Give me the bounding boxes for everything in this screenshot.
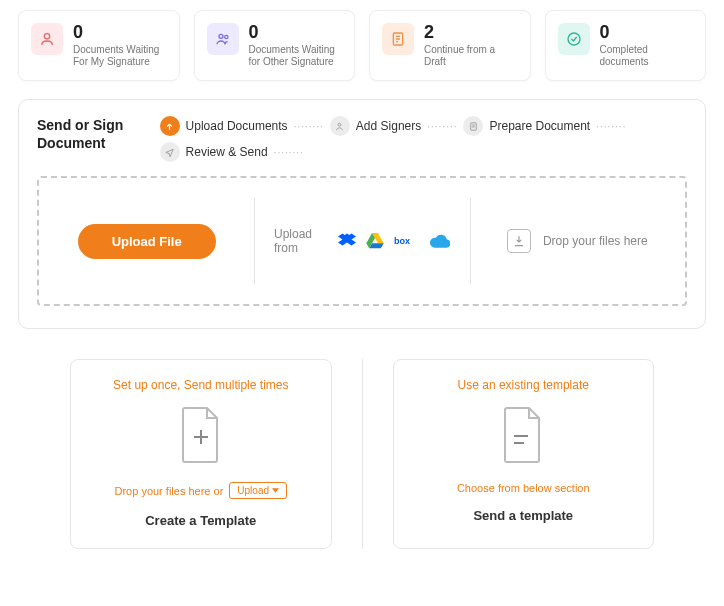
drop-here-label: Drop your files here [543,234,648,248]
check-icon [558,23,590,55]
create-template-card: Set up once, Send multiple times Drop yo… [70,359,332,549]
step-2[interactable]: Prepare Document [463,116,590,136]
bottom-row: Set up once, Send multiple times Drop yo… [0,329,724,549]
prepare-step-icon [463,116,483,136]
dropzone[interactable]: Upload File Upload from box Drop your fi… [37,176,687,306]
drop-here-column: Drop your files here [470,178,685,304]
stat-card-1[interactable]: 0Documents Waiting for Other Signature [194,10,356,81]
upload-panel: Send or Sign Document Upload Documents··… [18,99,706,329]
stat-count: 0 [249,23,343,41]
upload-file-button[interactable]: Upload File [78,224,216,259]
box-icon[interactable]: box [394,234,420,248]
send-template-card: Use an existing template Choose from bel… [393,359,655,549]
step-label: Review & Send [186,145,268,159]
create-headline: Set up once, Send multiple times [89,378,313,392]
svg-point-2 [224,35,227,38]
send-headline: Use an existing template [412,378,636,392]
create-template-title: Create a Template [89,513,313,528]
google-drive-icon[interactable] [366,233,384,249]
onedrive-icon[interactable] [430,234,450,248]
panel-title: Send or Sign Document [37,116,140,152]
users-icon [207,23,239,55]
svg-text:box: box [394,236,410,246]
download-icon [507,229,531,253]
send-template-title: Send a template [412,508,636,523]
steps-row: Upload Documents········Add Signers·····… [160,116,687,162]
stat-label: Documents Waiting For My Signature [73,44,167,68]
step-label: Prepare Document [489,119,590,133]
step-3[interactable]: Review & Send [160,142,268,162]
step-separator: ········ [294,121,324,132]
dropbox-icon[interactable] [338,233,356,249]
draft-icon [382,23,414,55]
step-1[interactable]: Add Signers [330,116,421,136]
send-drop-text: Choose from below section [412,482,636,494]
upload-from-column: Upload from box [254,178,469,304]
step-label: Upload Documents [186,119,288,133]
stat-label: Completed documents [600,44,694,68]
svg-point-1 [219,34,223,38]
divider [362,359,363,549]
stat-count: 0 [73,23,167,41]
step-separator: ········ [596,121,626,132]
create-drop-text: Drop your files here or [114,485,223,497]
stat-label: Documents Waiting for Other Signature [249,44,343,68]
stat-card-3[interactable]: 0Completed documents [545,10,707,81]
stats-row: 0Documents Waiting For My Signature0Docu… [0,0,724,99]
step-separator: ········ [274,147,304,158]
upload-from-label: Upload from [274,227,322,256]
doc-plus-icon [89,406,313,468]
user-icon [31,23,63,55]
upload-step-icon [160,116,180,136]
upload-file-column: Upload File [39,178,254,304]
stat-count: 2 [424,23,518,41]
svg-point-4 [568,33,580,45]
stat-card-0[interactable]: 0Documents Waiting For My Signature [18,10,180,81]
step-separator: ········ [427,121,457,132]
cloud-icons: box [338,233,450,249]
stat-count: 0 [600,23,694,41]
svg-point-0 [44,34,49,39]
doc-lines-icon [412,406,636,468]
svg-point-5 [338,123,341,126]
send-step-icon [160,142,180,162]
stat-label: Continue from a Draft [424,44,518,68]
mini-upload-button[interactable]: Upload [229,482,287,499]
step-label: Add Signers [356,119,421,133]
step-0[interactable]: Upload Documents [160,116,288,136]
stat-card-2[interactable]: 2Continue from a Draft [369,10,531,81]
signer-step-icon [330,116,350,136]
